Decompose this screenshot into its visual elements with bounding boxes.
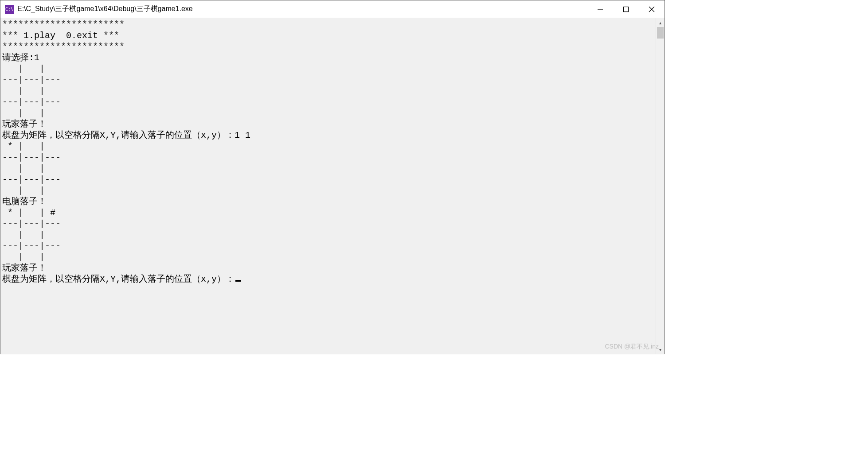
close-icon — [649, 6, 655, 12]
maximize-icon — [623, 6, 629, 12]
console-area: *********************** *** 1.play 0.exi… — [0, 18, 665, 354]
close-button[interactable] — [639, 0, 665, 18]
window-title: E:\C_Study\三子棋game1\x64\Debug\三子棋game1.e… — [17, 4, 193, 14]
console-output[interactable]: *********************** *** 1.play 0.exi… — [0, 18, 656, 354]
vertical-scrollbar[interactable]: ▴ ▾ — [656, 18, 665, 354]
minimize-icon — [597, 6, 603, 12]
app-icon: C:\ — [5, 5, 14, 14]
minimize-button[interactable] — [587, 0, 613, 18]
scroll-up-arrow-icon[interactable]: ▴ — [656, 18, 665, 27]
titlebar[interactable]: C:\ E:\C_Study\三子棋game1\x64\Debug\三子棋gam… — [0, 0, 665, 18]
maximize-button[interactable] — [613, 0, 639, 18]
console-window: C:\ E:\C_Study\三子棋game1\x64\Debug\三子棋gam… — [0, 0, 665, 354]
svg-rect-1 — [624, 7, 629, 12]
app-icon-label: C:\ — [5, 7, 13, 12]
text-cursor — [235, 280, 241, 282]
scrollbar-thumb[interactable] — [657, 27, 664, 39]
watermark-text: CSDN @君不见.inz — [605, 343, 659, 351]
